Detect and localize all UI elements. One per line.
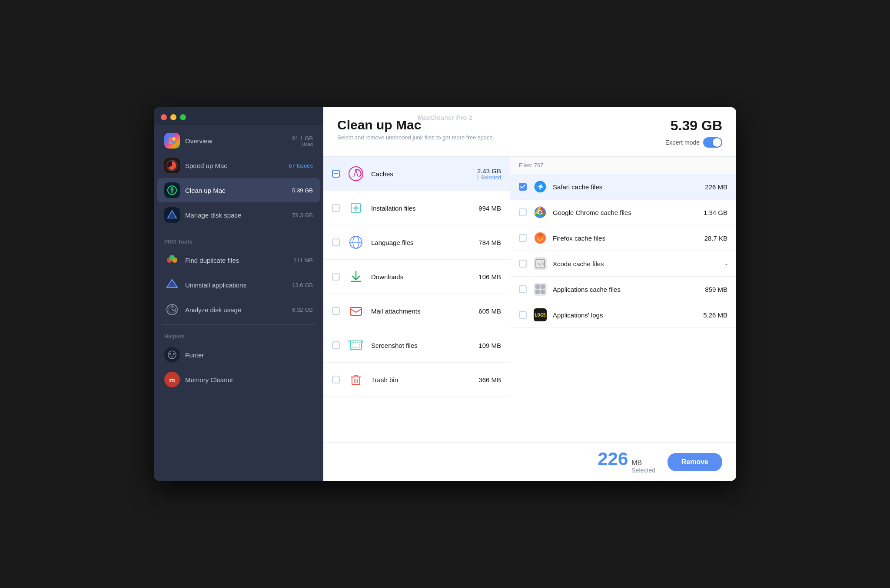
checkbox-chrome[interactable] <box>519 208 527 216</box>
size-xcode: - <box>725 260 727 268</box>
sidebar-label-funter: Funter <box>185 351 313 359</box>
file-item-chrome[interactable]: Google Chrome cache files 1.34 GB <box>510 200 736 225</box>
category-item-mail[interactable]: Mail attachments 605 MB <box>323 294 510 328</box>
bottom-bar: 226 MB Selected Remove <box>323 443 736 481</box>
size-firefox: 28.7 KB <box>704 235 727 242</box>
checkbox-xcode[interactable] <box>519 260 527 268</box>
category-item-downloads[interactable]: Downloads 106 MB <box>323 260 510 294</box>
app-title: MacCleaner Pro 2 <box>418 114 472 121</box>
label-mail: Mail attachments <box>371 307 478 315</box>
header-right: 5.39 GB Expert mode <box>665 118 722 148</box>
label-applogs: Applications' logs <box>553 311 703 319</box>
sidebar-item-funter[interactable]: Funter <box>157 343 320 367</box>
svg-text:</>: </> <box>537 261 545 266</box>
speedup-icon <box>164 158 180 173</box>
sidebar-item-memory[interactable]: m Memory Cleaner <box>157 367 320 392</box>
category-item-caches[interactable]: Caches 2.43 GB 1 Selected <box>323 157 510 191</box>
selected-label: Selected <box>631 467 655 474</box>
label-trash: Trash bin <box>371 376 478 383</box>
sidebar-label-overview: Overview <box>185 137 292 145</box>
svg-rect-27 <box>350 307 362 315</box>
svg-point-18 <box>172 356 173 357</box>
sidebar-label-speedup: Speed up Mac <box>185 162 289 169</box>
close-button[interactable] <box>161 114 167 120</box>
appcache-icon <box>534 283 547 296</box>
category-item-installation[interactable]: Installation files 994 MB <box>323 191 510 225</box>
category-item-screenshots[interactable]: Screenshot files 109 MB <box>323 328 510 363</box>
minus-icon <box>334 173 338 174</box>
checkbox-appcache[interactable] <box>519 285 527 293</box>
app-window: MacCleaner Pro 2 Overview 81.1 GB Used <box>154 107 736 481</box>
caches-icon <box>347 165 365 183</box>
checkbox-screenshots[interactable] <box>332 341 340 349</box>
label-installation: Installation files <box>371 205 478 212</box>
category-item-language[interactable]: Language files 784 MB <box>323 225 510 260</box>
svg-point-20 <box>355 169 357 171</box>
checkbox-firefox[interactable] <box>519 234 527 242</box>
size-trash: 366 MB <box>478 376 501 383</box>
sidebar-item-duplicate[interactable]: Find duplicate files 211 MB <box>157 248 320 272</box>
sidebar-item-uninstall[interactable]: Uninstall applications 13.6 GB <box>157 273 320 297</box>
sidebar-item-speedup[interactable]: Speed up Mac 67 Issues <box>157 153 320 178</box>
checkbox-mail[interactable] <box>332 307 340 315</box>
checkbox-caches[interactable] <box>332 170 340 178</box>
label-caches: Caches <box>371 170 476 178</box>
sidebar-label-uninstall: Uninstall applications <box>185 281 292 289</box>
sidebar-item-cleanup[interactable]: Clean up Mac 5.39 GB <box>157 178 320 202</box>
label-xcode: Xcode cache files <box>553 260 725 268</box>
selected-info: 226 MB Selected <box>598 450 655 474</box>
sidebar-item-analyze[interactable]: Analyze disk usage 6.32 GB <box>157 297 320 322</box>
size-safari: 226 MB <box>705 183 727 191</box>
sidebar-label-memory: Memory Cleaner <box>185 376 313 383</box>
checkbox-trash[interactable] <box>332 376 340 383</box>
label-firefox: Firefox cache files <box>553 235 704 242</box>
sidebar-item-overview[interactable]: Overview 81.1 GB Used <box>157 129 320 153</box>
remove-button[interactable]: Remove <box>668 453 722 471</box>
sidebar-badge-overview-sub: Used <box>292 142 313 147</box>
svg-point-17 <box>173 353 175 355</box>
size-appcache: 859 MB <box>705 286 727 293</box>
divider-2 <box>161 324 316 325</box>
svg-point-45 <box>539 211 542 214</box>
checkbox-installation[interactable] <box>332 204 340 212</box>
main-content: Clean up Mac Select and remove unneeded … <box>323 107 736 481</box>
category-item-trash[interactable]: Trash bin 366 MB <box>323 363 510 397</box>
maximize-button[interactable] <box>180 114 186 120</box>
divider-1 <box>161 230 316 230</box>
checkbox-downloads[interactable] <box>332 273 340 281</box>
file-item-appcache[interactable]: Applications cache files 859 MB <box>510 277 736 302</box>
screenshots-icon <box>347 336 365 354</box>
section-helpers: Helpers <box>154 327 323 342</box>
expert-mode-toggle[interactable] <box>703 137 722 148</box>
sub-caches: 1 Selected <box>476 175 501 181</box>
file-item-xcode[interactable]: </> Xcode cache files - <box>510 251 736 277</box>
size-chrome: 1.34 GB <box>704 209 727 216</box>
checkbox-safari[interactable] <box>519 183 527 191</box>
svg-point-16 <box>169 353 171 355</box>
checkbox-applogs[interactable] <box>519 311 527 319</box>
file-item-firefox[interactable]: Firefox cache files 28.7 KB <box>510 225 736 251</box>
trash-icon <box>347 370 365 389</box>
file-item-applogs[interactable]: LOGS Applications' logs 5.26 MB <box>510 302 736 328</box>
sidebar-nav: Overview 81.1 GB Used Speed up Mac 67 Is… <box>154 125 323 396</box>
minimize-button[interactable] <box>170 114 176 120</box>
sidebar-badge-overview: 81.1 GB <box>292 135 313 142</box>
label-screenshots: Screenshot files <box>371 342 478 349</box>
svg-point-3 <box>172 141 176 144</box>
sidebar: MacCleaner Pro 2 Overview 81.1 GB Used <box>154 107 323 481</box>
cleanup-icon <box>164 182 180 198</box>
mail-icon <box>347 302 365 320</box>
svg-point-10 <box>169 255 175 260</box>
svg-point-1 <box>172 137 176 141</box>
label-downloads: Downloads <box>371 273 478 281</box>
sidebar-item-manage[interactable]: Manage disk space 79.3 GB <box>157 203 320 227</box>
firefox-icon <box>534 231 547 244</box>
file-item-safari[interactable]: Safari cache files 226 MB <box>510 174 736 200</box>
sidebar-badge-analyze: 6.32 GB <box>292 307 313 313</box>
main-header: Clean up Mac Select and remove unneeded … <box>323 107 736 157</box>
size-caches: 2.43 GB <box>476 167 501 175</box>
funter-icon <box>164 347 180 363</box>
sidebar-badge-duplicate: 211 MB <box>293 257 313 264</box>
sidebar-label-analyze: Analyze disk usage <box>185 306 292 314</box>
checkbox-language[interactable] <box>332 238 340 246</box>
